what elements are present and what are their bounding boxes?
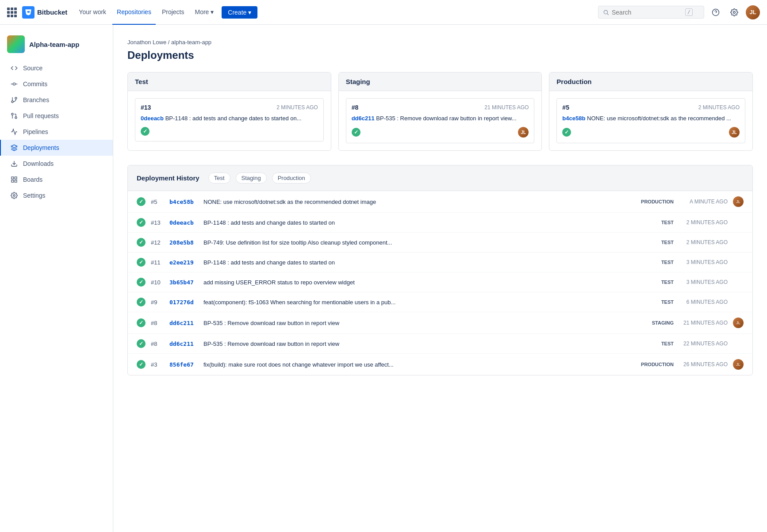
nav-your-work[interactable]: Your work <box>74 0 111 25</box>
nav-projects[interactable]: Projects <box>157 0 189 25</box>
row-hash-4[interactable]: 3b65b47 <box>169 279 198 286</box>
create-button[interactable]: Create ▾ <box>222 6 257 19</box>
table-row: #13 0deeacb BP-1148 : add tests and chan… <box>128 213 752 233</box>
pipelines-icon <box>10 127 19 136</box>
svg-line-1 <box>607 13 609 15</box>
row-num-1: #13 <box>151 219 164 226</box>
sidebar-item-branches[interactable]: Branches <box>0 92 113 108</box>
page-title: Deployments <box>127 49 753 61</box>
row-time-5: 6 MINUTES AGO <box>679 299 728 305</box>
deploy-time-staging: 21 MINUTES AGO <box>484 104 529 111</box>
search-slash-badge: / <box>685 8 693 16</box>
sidebar-item-pull-requests[interactable]: Pull requests <box>0 108 113 124</box>
deploy-footer-production: JL <box>562 127 740 138</box>
sidebar-item-boards[interactable]: Boards <box>0 172 113 188</box>
sidebar-item-settings[interactable]: Settings <box>0 188 113 203</box>
row-hash-5[interactable]: 017276d <box>169 299 198 306</box>
breadcrumb: Jonathon Lowe / alpha-team-app <box>127 39 753 46</box>
filter-tab-test[interactable]: Test <box>208 172 230 184</box>
repo-name: Alpha-team-app <box>29 41 79 48</box>
source-icon <box>10 64 19 73</box>
svg-point-10 <box>12 101 13 103</box>
deploy-status-test <box>141 127 150 136</box>
sidebar-item-pipelines[interactable]: Pipelines <box>0 124 113 140</box>
row-hash-3[interactable]: e2ee219 <box>169 259 198 266</box>
row-env-1: TEST <box>640 220 674 225</box>
row-hash-7[interactable]: dd6c211 <box>169 341 198 347</box>
row-status-1 <box>137 218 146 227</box>
filter-tab-staging[interactable]: Staging <box>236 172 267 184</box>
row-avatar-0: JL <box>733 196 744 207</box>
env-title-production: Production <box>556 78 745 85</box>
row-hash-1[interactable]: 0deeacb <box>169 219 198 226</box>
svg-rect-15 <box>12 177 14 179</box>
environment-cards: Test #13 2 MINUTES AGO 0deeacb BP-1148 :… <box>127 72 753 151</box>
row-num-8: #3 <box>151 361 164 368</box>
env-card-production: Production #5 2 MINUTES AGO b4ce58b NONE… <box>549 72 753 151</box>
boards-icon <box>10 175 19 184</box>
row-hash-0[interactable]: b4ce58b <box>169 199 198 205</box>
row-num-2: #12 <box>151 239 164 246</box>
row-hash-2[interactable]: 208e5b8 <box>169 239 198 246</box>
row-status-5 <box>137 298 146 306</box>
row-num-5: #9 <box>151 299 164 306</box>
app-switcher-icon[interactable] <box>7 8 17 17</box>
table-row: #5 b4ce58b NONE: use microsoft/dotnet:sd… <box>128 191 752 213</box>
search-box[interactable]: / <box>598 6 704 19</box>
help-button[interactable] <box>709 5 723 19</box>
top-navigation: Bitbucket Your work Repositories Project… <box>0 0 767 25</box>
deploy-hash-production: b4ce58b <box>562 115 585 122</box>
row-env-3: TEST <box>640 260 674 265</box>
sidebar-label-boards: Boards <box>23 176 42 183</box>
settings-button[interactable] <box>727 5 741 19</box>
sidebar: Alpha-team-app Source <box>0 25 113 390</box>
branches-icon <box>10 96 19 104</box>
sidebar-item-deployments[interactable]: Deployments <box>0 140 113 156</box>
row-msg-8: fix(build): make sure root does not chan… <box>203 361 635 368</box>
deploy-time-test: 2 MINUTES AGO <box>276 104 318 111</box>
sidebar-item-commits[interactable]: Commits <box>0 76 113 92</box>
row-hash-6[interactable]: dd6c211 <box>169 320 198 326</box>
row-status-6 <box>137 318 146 327</box>
breadcrumb-separator: / <box>168 39 171 46</box>
svg-point-19 <box>13 195 15 196</box>
breadcrumb-parent[interactable]: Jonathon Lowe <box>127 39 166 46</box>
deploy-msg-staging: dd6c211 BP-535 : Remove download raw but… <box>352 115 529 122</box>
nav-repositories[interactable]: Repositories <box>112 0 156 25</box>
row-time-2: 2 MINUTES AGO <box>679 239 728 245</box>
row-msg-1: BP-1148 : add tests and change dates to … <box>203 219 635 226</box>
svg-rect-16 <box>15 177 17 179</box>
row-avatar-8: JL <box>733 359 744 370</box>
deploy-status-staging <box>352 128 360 137</box>
sidebar-item-downloads[interactable]: Downloads <box>0 156 113 172</box>
deploy-avatar-production: JL <box>729 127 740 138</box>
deploy-avatar-staging: JL <box>518 127 529 138</box>
row-status-0 <box>137 197 146 206</box>
filter-tab-production[interactable]: Production <box>272 172 311 184</box>
nav-more[interactable]: More ▾ <box>191 0 219 25</box>
row-msg-3: BP-1148 : add tests and change dates to … <box>203 259 635 266</box>
row-msg-4: add missing USER_ERROR status to repo ov… <box>203 279 635 286</box>
row-time-8: 26 MINUTES AGO <box>679 361 728 367</box>
row-time-6: 21 MINUTES AGO <box>679 320 728 326</box>
sidebar-label-pull-requests: Pull requests <box>23 112 59 119</box>
svg-point-5 <box>13 83 15 85</box>
user-avatar[interactable]: JL <box>746 5 760 19</box>
row-msg-5: feat(component): fS-1063 When searching … <box>203 299 635 306</box>
row-num-0: #5 <box>151 199 164 205</box>
env-card-production-header: Production <box>549 73 752 91</box>
table-row: #9 017276d feat(component): fS-1063 When… <box>128 292 752 312</box>
sidebar-navigation: Source Commits <box>0 60 113 203</box>
brand-name: Bitbucket <box>37 8 67 16</box>
deploy-item-staging: #8 21 MINUTES AGO dd6c211 BP-535 : Remov… <box>346 98 535 143</box>
row-hash-8[interactable]: 856fe67 <box>169 361 198 368</box>
env-card-test: Test #13 2 MINUTES AGO 0deeacb BP-1148 :… <box>127 72 331 151</box>
env-card-staging-header: Staging <box>339 73 542 91</box>
logo[interactable]: Bitbucket <box>22 6 67 19</box>
search-input[interactable] <box>612 9 683 16</box>
deploy-num-test: #13 <box>141 104 151 111</box>
row-env-7: TEST <box>640 341 674 346</box>
deploy-num-production: #5 <box>562 104 569 111</box>
sidebar-item-source[interactable]: Source <box>0 60 113 76</box>
row-status-3 <box>137 258 146 267</box>
